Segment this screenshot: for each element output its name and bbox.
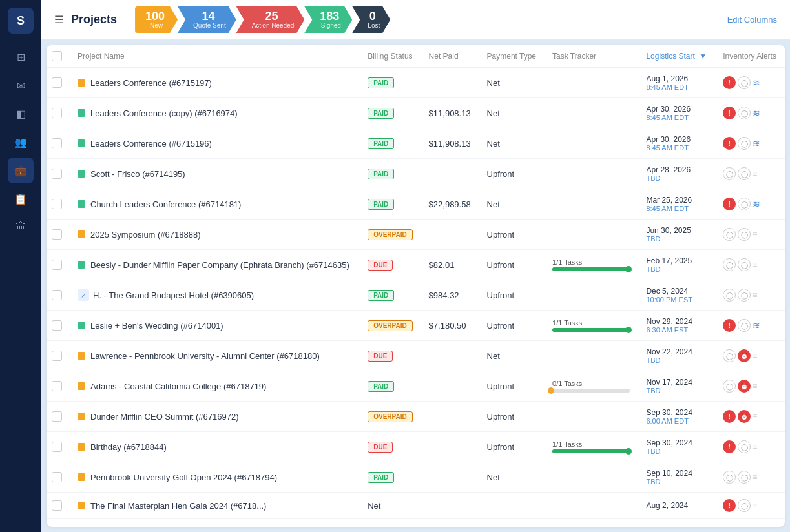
project-name[interactable]: The Final Masterplan Hen Gala 2024 (#671… (90, 501, 266, 511)
filter-icon[interactable]: ☰ (54, 14, 63, 26)
project-name[interactable]: Leaders Conference (#6715196) (90, 139, 212, 148)
row-checkbox-5[interactable] (52, 229, 62, 240)
project-name[interactable]: Pennbrook University Golf Open 2024 (#67… (90, 473, 277, 482)
col-payment-type: Payment Type (479, 45, 545, 68)
row-checkbox-10[interactable] (52, 381, 62, 391)
task-dot (625, 448, 632, 455)
billing-status-badge: PAID (368, 472, 394, 483)
row-checkbox-4[interactable] (52, 199, 62, 209)
row-checkbox-8[interactable] (52, 320, 62, 331)
project-name[interactable]: Leslie + Ben's Wedding (#6714001) (90, 321, 223, 331)
logistics-date: Sep 10, 2024 (646, 469, 707, 478)
row-checkbox-1[interactable] (52, 108, 62, 118)
net-paid (421, 68, 479, 98)
project-name[interactable]: 2025 Symposium (#6718888) (90, 230, 201, 240)
project-name[interactable]: Church Leaders Conference (#6714181) (90, 200, 241, 209)
gray-bars-icon: ≡ (753, 230, 757, 239)
row-checkbox-0[interactable] (52, 77, 62, 88)
alert-icons: ◯◯≡ (723, 228, 777, 241)
sort-desc-icon: ▼ (699, 52, 707, 61)
pipeline-tab-action[interactable]: 25 Action Needed (236, 6, 305, 33)
col-logistics-start[interactable]: Logistics Start ▼ (638, 45, 715, 68)
payment-type: Upfront (479, 220, 545, 250)
task-bar-bg (552, 449, 630, 453)
project-name[interactable]: Birthday (#6718844) (90, 442, 167, 452)
wave-icon: ≋ (753, 320, 760, 331)
logistics-time: TBD (646, 174, 707, 182)
net-paid (421, 462, 479, 493)
task-tracker-cell (545, 68, 638, 98)
main-content: ☰ Projects 100 New 14 Quote Sent 25 Acti… (41, 0, 790, 532)
net-paid: $11,908.13 (421, 98, 479, 128)
row-checkbox-7[interactable] (52, 290, 62, 300)
row-checkbox-3[interactable] (52, 169, 62, 179)
row-checkbox-12[interactable] (52, 442, 62, 452)
project-name[interactable]: Leaders Conference (#6715197) (90, 78, 212, 88)
row-checkbox-9[interactable] (52, 351, 62, 361)
alert-exclamation-icon: ! (723, 499, 736, 512)
row-checkbox-2[interactable] (52, 138, 62, 148)
people-icon[interactable]: 👥 (8, 129, 34, 155)
logistics-start-cell: Sep 10, 2024 TBD (638, 462, 715, 493)
inventory-alerts-cell: ◯⏰≡ (715, 371, 785, 402)
project-name[interactable]: Scott - Frisco (#6714195) (90, 169, 185, 179)
project-name[interactable]: Adams - Coastal California College (#671… (90, 382, 266, 391)
table-row: Leaders Conference (#6715196)PAID$11,908… (47, 128, 785, 159)
table-row: Beesly - Dunder Mifflin Paper Company (E… (47, 250, 785, 280)
logistics-date: Nov 17, 2024 (646, 378, 707, 387)
logistics-start-cell: Jun 30, 2025 TBD (638, 220, 715, 250)
billing-status-badge: PAID (368, 108, 394, 119)
col-billing-status: Billing Status (360, 45, 421, 68)
clipboard-icon[interactable]: 📋 (8, 186, 34, 212)
table-row: 2025 Symposium (#6718888)OVERPAIDUpfront… (47, 220, 785, 250)
table-row: Scott - Frisco (#6714195)PAIDUpfront Apr… (47, 159, 785, 189)
select-all-checkbox[interactable] (52, 51, 62, 61)
row-checkbox-13[interactable] (52, 472, 62, 482)
logistics-date: Nov 29, 2024 (646, 317, 707, 326)
edit-columns-button[interactable]: Edit Columns (727, 15, 777, 25)
task-bar-fill (552, 449, 630, 453)
payment-type: Net (479, 341, 545, 371)
chat-icon[interactable]: ✉ (8, 72, 34, 98)
wave-icon: ≋ (753, 199, 760, 209)
logistics-start-cell: Sep 30, 2024 TBD (638, 432, 715, 462)
gray-circle-icon: ◯ (738, 289, 751, 302)
net-paid (421, 371, 479, 402)
project-name[interactable]: Beesly - Dunder Mifflin Paper Company (E… (90, 260, 349, 270)
project-name[interactable]: Dunder Mifflin CEO Summit (#6716972) (90, 412, 239, 422)
logistics-date: Sep 30, 2024 (646, 408, 707, 417)
app-logo[interactable]: S (8, 8, 34, 34)
row-checkbox-6[interactable] (52, 260, 62, 270)
table-row: Church Leaders Conference (#6714181)PAID… (47, 189, 785, 220)
projects-table-container: Project Name Billing Status Net Paid Pay… (47, 45, 785, 527)
col-net-paid: Net Paid (421, 45, 479, 68)
logistics-date: Mar 25, 2026 (646, 196, 707, 205)
gray-circle-icon: ◯ (723, 258, 736, 271)
pipeline-tab-new[interactable]: 100 New (135, 6, 178, 33)
logistics-date: Apr 30, 2026 (646, 105, 707, 114)
table-row: Lawrence - Pennbrook University - Alumni… (47, 341, 785, 371)
logistics-date: Nov 22, 2024 (646, 347, 707, 356)
wave-icon: ≋ (753, 108, 760, 118)
project-name[interactable]: Lawrence - Pennbrook University - Alumni… (90, 351, 320, 361)
net-paid (421, 220, 479, 250)
gray-circle-icon: ◯ (738, 167, 751, 180)
alert-icons: !◯≋ (723, 76, 777, 89)
building-icon[interactable]: 🏛 (8, 214, 34, 240)
billing-status-badge: PAID (368, 138, 394, 149)
project-name[interactable]: H. - The Grand Budapest Hotel (#6390605) (93, 291, 254, 300)
row-checkbox-14[interactable] (52, 500, 62, 511)
pipeline-tab-lost[interactable]: 0 Lost (352, 6, 390, 33)
row-checkbox-11[interactable] (52, 411, 62, 422)
document-icon[interactable]: ◧ (8, 101, 34, 127)
pipeline-tab-quote[interactable]: 14 Quote Sent (178, 6, 236, 33)
project-name[interactable]: Leaders Conference (copy) (#6716974) (90, 108, 238, 118)
pipeline-tab-signed[interactable]: 183 Signed (304, 6, 352, 33)
briefcase-icon[interactable]: 💼 (8, 158, 34, 183)
task-label: 0/1 Tasks (552, 380, 630, 387)
gray-circle-icon: ◯ (738, 107, 751, 119)
dashboard-icon[interactable]: ⊞ (8, 44, 34, 70)
alert-icons: ◯◯≡ (723, 471, 777, 484)
project-color-dot (78, 443, 85, 451)
billing-status-badge: DUE (368, 260, 393, 271)
